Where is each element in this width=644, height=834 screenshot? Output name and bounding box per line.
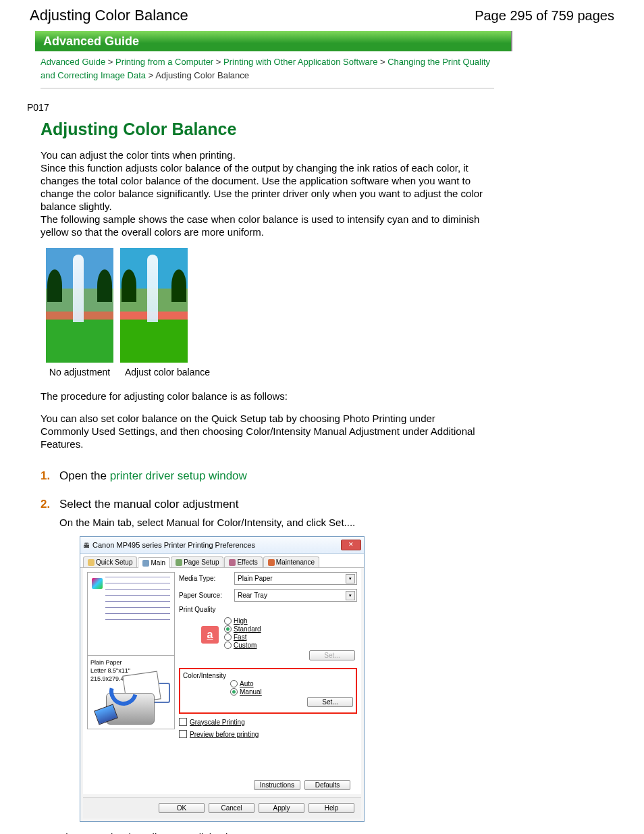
print-quality-label: Print Quality (179, 606, 357, 613)
media-type-label: Media Type: (179, 575, 230, 582)
breadcrumb-link-1[interactable]: Advanced Guide (41, 57, 105, 67)
ci-set-button[interactable]: Set... (307, 697, 353, 707)
paper-source-label: Paper Source: (179, 592, 230, 599)
media-type-select[interactable]: Plain Paper▾ (234, 572, 357, 585)
quick-setup-note: You can also set color balance on the Qu… (41, 412, 486, 450)
intro-paragraph: You can adjust the color tints when prin… (41, 149, 486, 238)
dialog-tabstrip: Quick Setup Main Page Setup Effects Main… (80, 554, 364, 568)
paper-source-select[interactable]: Rear Tray▾ (234, 589, 357, 602)
apply-button[interactable]: Apply (259, 803, 304, 813)
printer-driver-setup-link[interactable]: printer driver setup window (110, 469, 247, 482)
dialog-title: Canon MP495 series Printer Printing Pref… (90, 541, 341, 549)
pq-set-button[interactable]: Set... (309, 650, 355, 660)
radio-custom[interactable] (224, 642, 232, 649)
breadcrumb-sep: > (216, 57, 221, 67)
breadcrumb-sep: > (380, 57, 385, 67)
label-preview: Preview before printing (190, 731, 259, 738)
cancel-button[interactable]: Cancel (209, 803, 254, 813)
page-preview (87, 572, 175, 656)
label-grayscale: Grayscale Printing (190, 719, 245, 726)
printing-preferences-dialog: 🖶 Canon MP495 series Printer Printing Pr… (80, 536, 365, 822)
checkbox-grayscale[interactable] (179, 718, 187, 726)
label-high: High (234, 617, 248, 625)
breadcrumb-current: Adjusting Color Balance (155, 70, 249, 80)
step2-after: The Manual Color Adjustment dialog box o… (59, 831, 486, 834)
page-code: P017 (27, 102, 644, 113)
label-manual: Manual (240, 688, 262, 696)
procedure-line: The procedure for adjusting color balanc… (41, 390, 486, 402)
printer-icon: 🖶 (83, 542, 90, 549)
label-fast: Fast (234, 633, 246, 641)
radio-high[interactable] (224, 617, 232, 625)
tab-main[interactable]: Main (138, 557, 170, 568)
radio-fast[interactable] (224, 633, 232, 641)
sample-image-no-adjustment (46, 248, 113, 363)
radio-auto[interactable] (230, 680, 238, 687)
guide-banner: Advanced Guide (35, 31, 512, 51)
breadcrumb-link-3[interactable]: Printing with Other Application Software (223, 57, 377, 67)
printer-art-icon (96, 671, 163, 725)
color-intensity-group: Color/Intensity Auto Manual Set... (179, 668, 357, 714)
help-button[interactable]: Help (308, 803, 354, 813)
tab-quick-setup[interactable]: Quick Setup (83, 556, 137, 567)
page-title: Adjusting Color Balance (30, 7, 188, 24)
checkbox-preview[interactable] (179, 730, 187, 738)
sample-image-adjusted (120, 248, 188, 363)
caption-no-adjustment: No adjustment (46, 367, 113, 377)
ok-button[interactable]: OK (159, 803, 205, 813)
chevron-down-icon: ▾ (346, 591, 355, 600)
effects-icon (229, 559, 236, 566)
tab-effects[interactable]: Effects (224, 556, 262, 567)
breadcrumb: Advanced Guide > Printing from a Compute… (41, 55, 494, 88)
radio-standard[interactable] (224, 625, 232, 633)
color-intensity-label: Color/Intensity (183, 672, 353, 679)
label-standard: Standard (234, 625, 261, 633)
breadcrumb-sep: > (108, 57, 113, 67)
label-custom: Custom (234, 642, 257, 649)
quality-sample-icon: a (201, 626, 219, 644)
main-heading: Adjusting Color Balance (41, 120, 644, 139)
preview-info: Plain Paper Letter 8.5"x11" 215.9x279.4m… (87, 656, 175, 729)
instructions-button[interactable]: Instructions (254, 780, 300, 790)
tab-maintenance[interactable]: Maintenance (263, 556, 319, 567)
caption-adjusted: Adjust color balance (120, 367, 215, 377)
radio-manual[interactable] (230, 688, 238, 696)
breadcrumb-sep: > (149, 70, 154, 80)
quick-setup-icon (88, 559, 95, 566)
label-auto: Auto (240, 680, 254, 687)
step2-heading: Select the manual color adjustment (59, 498, 486, 511)
page-number: Page 295 of 759 pages (475, 8, 614, 24)
page-setup-icon (176, 559, 182, 566)
main-tab-icon (142, 560, 149, 567)
maintenance-icon (268, 559, 275, 566)
chevron-down-icon: ▾ (346, 574, 355, 583)
tab-page-setup[interactable]: Page Setup (171, 556, 223, 567)
step2-sub: On the Main tab, select Manual for Color… (59, 517, 486, 528)
close-button[interactable]: ✕ (341, 540, 361, 550)
step1-text: Open the (59, 469, 110, 482)
breadcrumb-link-2[interactable]: Printing from a Computer (115, 57, 213, 67)
defaults-button[interactable]: Defaults (304, 780, 350, 790)
color-thumb-icon (92, 578, 103, 589)
